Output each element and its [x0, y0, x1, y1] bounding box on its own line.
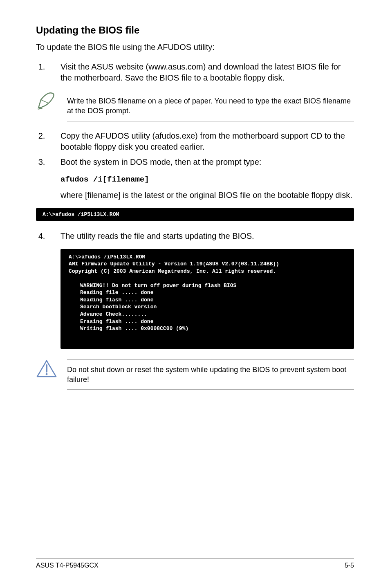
- t2-i5: Advance Check........: [69, 311, 346, 318]
- where-paragraph: where [filename] is the latest or the or…: [61, 190, 354, 201]
- svg-point-2: [46, 373, 48, 375]
- t2-l3: Copyright (C) 2003 American Megatrends, …: [69, 268, 276, 274]
- t2-l2: AMI Firmware Update Utility - Version 1.…: [69, 261, 279, 267]
- footer-right: 5-5: [345, 562, 354, 569]
- terminal1-line1: A:\>afudos /iP5L13LX.ROM: [43, 211, 119, 218]
- steps-list-4: The utility reads the file and starts up…: [36, 231, 354, 242]
- steps-list-2: Copy the AFUDOS utility (afudos.exe) fro…: [36, 130, 354, 168]
- terminal-block-1: A:\>afudos /iP5L13LX.ROM: [36, 208, 354, 221]
- t2-i7: Writing flash .... 0x0008CC00 (9%): [69, 325, 346, 332]
- t2-i2: Reading file ..... done: [69, 289, 346, 296]
- pencil-icon: [36, 91, 57, 110]
- t2-l1: A:\>afudos /iP5L13LX.ROM: [69, 254, 145, 260]
- footer-left: ASUS T4-P5945GCX: [36, 562, 99, 569]
- t2-i4: Search bootblock version: [69, 303, 346, 311]
- note-write-filename: Write the BIOS filename on a piece of pa…: [36, 91, 354, 121]
- t2-i1: WARNING!! Do not turn off power during f…: [69, 282, 346, 290]
- caution-row: Do not shut down or reset the system whi…: [36, 359, 354, 390]
- heading-updating-bios: Updating the BIOS file: [36, 25, 354, 36]
- page-footer: ASUS T4-P5945GCX 5-5: [36, 558, 354, 569]
- t2-i3: Reading flash .... done: [69, 296, 346, 304]
- caution-icon: [36, 359, 57, 378]
- svg-line-0: [41, 100, 48, 103]
- command-block: afudos /i[filename] where [filename] is …: [61, 175, 354, 201]
- terminal-block-2: A:\>afudos /iP5L13LX.ROM AMI Firmware Up…: [61, 249, 354, 349]
- step-4: The utility reads the file and starts up…: [47, 231, 354, 242]
- t2-i6: Erasing flash .... done: [69, 318, 346, 325]
- steps-list-1: Visit the ASUS website (www.asus.com) an…: [36, 61, 354, 83]
- afudos-command: afudos /i[filename]: [61, 175, 354, 184]
- pencil-svg: [36, 91, 57, 110]
- step-2: Copy the AFUDOS utility (afudos.exe) fro…: [47, 130, 354, 153]
- caution-svg: [36, 359, 57, 378]
- step-3: Boot the system in DOS mode, then at the…: [47, 157, 354, 168]
- caution-text: Do not shut down or reset the system whi…: [67, 359, 354, 390]
- note-text: Write the BIOS filename on a piece of pa…: [67, 91, 354, 121]
- step-1: Visit the ASUS website (www.asus.com) an…: [47, 61, 354, 83]
- intro-paragraph: To update the BIOS file using the AFUDOS…: [36, 42, 354, 52]
- page-container: Updating the BIOS file To update the BIO…: [0, 0, 390, 588]
